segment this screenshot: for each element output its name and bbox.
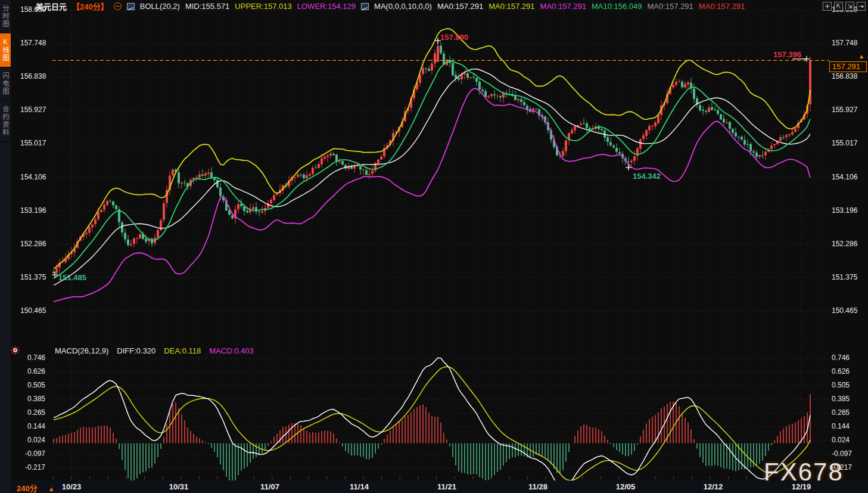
boll-upper-value: UPPER:157.013 xyxy=(235,2,291,11)
axis-tick-label: 0.626 xyxy=(832,367,859,376)
sidebar-item-contract-info[interactable]: 合约资料 xyxy=(0,101,11,142)
recent-high-label: 157.396 xyxy=(773,50,801,59)
macd-pane xyxy=(54,358,810,490)
axis-tick-label: 157.748 xyxy=(20,39,45,47)
sidebar-item-time-chart[interactable]: 分时图 xyxy=(0,0,11,33)
axis-tick-label: 153.196 xyxy=(832,206,859,215)
chart-layout-toolbar: ✛ ⇱ ⇲ ⇥ xyxy=(823,2,866,11)
date-tick-label: 12/19 xyxy=(792,482,811,491)
macd-pane-indicator-icon[interactable] xyxy=(11,346,20,355)
start-low-label: 151.485 xyxy=(58,273,86,282)
date-tick-label: 11/28 xyxy=(528,482,547,491)
macd-bar-value: MACD:0.403 xyxy=(209,346,253,355)
axis-tick-label: -0.217 xyxy=(20,463,45,472)
symbol-name: 美元日元 xyxy=(36,1,67,12)
ma-value-3: MA0:157.291 xyxy=(540,2,586,11)
sidebar-item-kline-chart[interactable]: K线图 xyxy=(0,33,11,67)
period-up-triangle-icon: ▲ xyxy=(48,485,55,492)
macd-legend-bar: MACD(26,12,9) DIFF:0.320 DEA:0.118 MACD:… xyxy=(55,346,254,355)
axis-tick-label: 152.286 xyxy=(832,240,859,248)
ma-indicator-icon[interactable] xyxy=(361,3,369,10)
pane-up-icon[interactable]: ⇱ xyxy=(834,2,843,11)
period-selector[interactable]: 240分▲ xyxy=(17,482,55,493)
period-label: 【240分】 xyxy=(72,1,108,12)
axis-tick-label: 0.265 xyxy=(20,408,45,417)
boll-indicator-icon[interactable] xyxy=(127,3,135,10)
axis-tick-label: 0.385 xyxy=(832,395,859,403)
date-tick-label: 11/21 xyxy=(437,482,456,491)
axis-tick-label: 155.017 xyxy=(20,139,45,147)
date-tick-label: 11/07 xyxy=(260,482,279,491)
axis-tick-label: 0.746 xyxy=(20,354,45,362)
axis-tick-label: -0.097 xyxy=(832,449,859,458)
main-pane xyxy=(52,29,811,302)
axis-tick-label: 0.024 xyxy=(832,436,859,444)
axis-tick-label: 154.106 xyxy=(20,173,45,181)
axis-tick-label: 156.838 xyxy=(20,72,45,80)
axis-tick-label: 152.286 xyxy=(20,240,45,248)
macd-dea-value: DEA:0.118 xyxy=(164,346,201,355)
ma-value-6: MA0:157.291 xyxy=(699,2,745,11)
period-selector-label: 240分 xyxy=(17,484,38,493)
axis-tick-label: 155.927 xyxy=(20,106,45,114)
axis-tick-label: 151.375 xyxy=(832,273,859,281)
axis-tick-label: 0.265 xyxy=(832,408,859,417)
boll-mid-value: MID:155.571 xyxy=(185,2,229,11)
candles-layer xyxy=(52,38,811,277)
axis-tick-label: 0.144 xyxy=(832,422,859,430)
axis-tick-label: 154.106 xyxy=(832,173,859,181)
axis-tick-label: 150.465 xyxy=(20,306,45,315)
date-tick-label: 12/12 xyxy=(704,482,723,491)
swing-low-label: 154.342 xyxy=(633,172,661,181)
grid-layer xyxy=(52,10,829,479)
goto-latest-icon[interactable]: ▲ xyxy=(858,53,864,60)
ma10-line xyxy=(54,61,810,278)
peak-high-label: 157.890 xyxy=(440,33,468,42)
axis-tick-label: 155.017 xyxy=(832,139,859,147)
axis-tick-label: 150.465 xyxy=(832,306,859,315)
pane-right-icon[interactable]: ⇲ xyxy=(845,2,854,11)
axis-tick-label: 0.505 xyxy=(832,381,859,389)
axis-tick-label: 0.144 xyxy=(20,422,45,430)
date-tick-label: 11/14 xyxy=(350,482,369,491)
ma-name: MA(0,0,0,10,0,0) xyxy=(374,2,432,11)
axis-tick-label: -0.097 xyxy=(20,449,45,458)
macd-diff-value: DIFF:0.320 xyxy=(117,346,155,355)
axis-tick-label: 151.375 xyxy=(20,273,45,281)
sidebar-item-lightning-chart[interactable]: 闪电图 xyxy=(0,67,11,101)
ma10-value: MA10:156.049 xyxy=(592,2,642,11)
indicator-legend-bar: 美元日元 【240分】 BOLL(20,2) MID:155.571 UPPER… xyxy=(36,1,745,11)
ma-value-5: MA0:157.291 xyxy=(647,2,693,11)
last-price-box: 157.291 xyxy=(829,61,867,72)
axis-tick-label: 157.748 xyxy=(832,39,859,47)
left-tab-rail: 分时图 K线图 闪电图 合约资料 xyxy=(0,0,11,493)
date-tick-label: 10/31 xyxy=(169,482,189,491)
axis-tick-label: 0.024 xyxy=(20,436,45,444)
axis-tick-label: 0.746 xyxy=(832,354,859,362)
axis-tick-label: 155.927 xyxy=(832,106,859,114)
macd-name: MACD(26,12,9) xyxy=(55,346,108,355)
axis-tick-label: 153.196 xyxy=(20,206,45,215)
date-tick-label: 12/05 xyxy=(616,482,636,491)
split-layout-icon[interactable]: ✛ xyxy=(823,2,832,11)
ma-value-2: MA0:157.291 xyxy=(489,2,534,11)
axis-tick-label: 0.385 xyxy=(20,395,45,403)
chart-application: 分时图 K线图 闪电图 合约资料 美元日元 【240分】 BOLL(20,2) … xyxy=(0,0,868,493)
boll-lower-value: LOWER:154.129 xyxy=(297,2,356,11)
axis-tick-label: 0.626 xyxy=(20,367,45,376)
axis-tick-label: 0.505 xyxy=(20,381,45,389)
chart-surface[interactable] xyxy=(0,0,868,493)
boll-name: BOLL(20,2) xyxy=(140,2,180,11)
time-axis-bar: 240分▲ 10/2310/3111/0711/1411/2111/2812/0… xyxy=(0,480,868,493)
date-tick-label: 10/23 xyxy=(62,482,82,491)
pane-export-icon[interactable]: ⇥ xyxy=(857,2,866,11)
ma-value-1: MA0:157.291 xyxy=(437,2,483,11)
collapse-indicator-icon[interactable] xyxy=(114,2,122,10)
axis-tick-label: 156.838 xyxy=(832,72,859,80)
